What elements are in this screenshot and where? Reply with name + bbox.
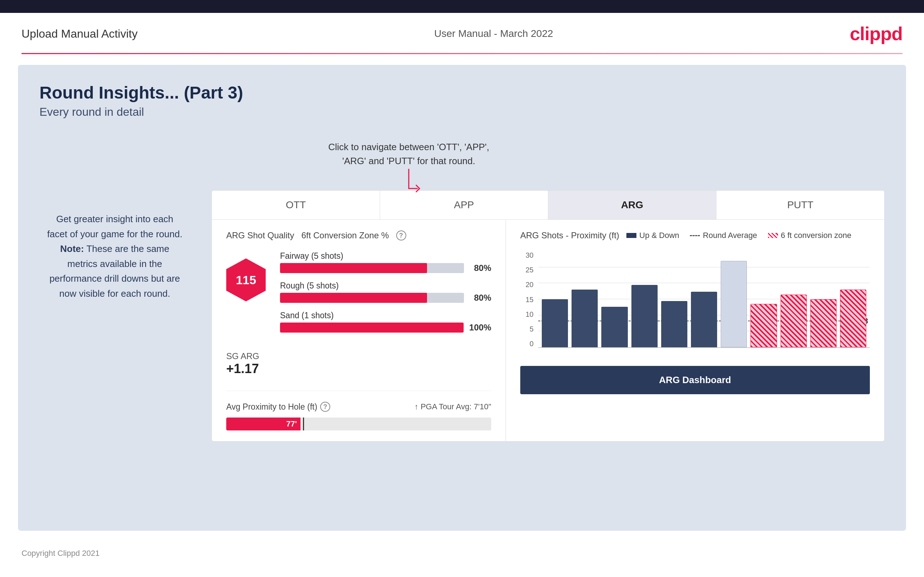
copyright: Copyright Clippd 2021 [21, 549, 100, 558]
arg-dashboard-btn[interactable]: ARG Dashboard [520, 366, 870, 394]
fairway-fill [280, 263, 427, 273]
bar-group-3 [601, 251, 627, 347]
hex-shape: 115 [226, 258, 266, 301]
pga-tour-avg: ↑ PGA Tour Avg: 7'10" [415, 402, 491, 411]
legend-conversion: 6 ft conversion zone [768, 231, 851, 240]
right-panel: Click to navigate between 'OTT', 'APP', … [212, 140, 885, 442]
y-axis: 0 5 10 15 20 25 30 [520, 251, 536, 348]
hex-value: 115 [226, 258, 266, 301]
fairway-label: Fairway (5 shots) [280, 251, 491, 261]
legend-dashed-icon [690, 235, 700, 236]
left-section: ARG Shot Quality 6ft Conversion Zone % ?… [212, 220, 506, 441]
bar-group-6 [691, 251, 717, 347]
tab-putt[interactable]: PUTT [716, 191, 884, 219]
annotation-arrow [405, 169, 427, 197]
bar-4-dark [632, 285, 657, 347]
shot-row-fairway: Fairway (5 shots) 80% [280, 251, 491, 273]
bar-1-dark [542, 299, 568, 347]
bar-group-2 [572, 251, 598, 347]
proximity-value: 77' [286, 419, 297, 429]
proximity-header: Avg Proximity to Hole (ft) ? ↑ PGA Tour … [226, 402, 491, 412]
shot-row-sand: Sand (1 shots) 100% [280, 311, 491, 333]
shot-quality-label: ARG Shot Quality [226, 230, 294, 240]
proximity-cursor [303, 417, 304, 430]
right-section: ARG Shots - Proximity (ft) Up & Down Rou… [506, 220, 884, 441]
help-icon[interactable]: ? [396, 230, 406, 240]
legend-up-down-label: Up & Down [639, 231, 679, 240]
hexagon-container: 115 Fairway (5 shots) 80% [226, 251, 491, 340]
bar-9-hatched [780, 295, 807, 347]
sand-pct: 100% [469, 322, 491, 333]
bar-group-11 [840, 251, 866, 347]
left-panel: Get greater insight into each facet of y… [39, 140, 190, 442]
tabs-row: OTT APP ARG PUTT [212, 191, 884, 220]
sg-section: SG ARG +1.17 [226, 351, 491, 376]
bar-group-10 [810, 251, 837, 347]
proximity-bar-track: 77' [226, 417, 491, 430]
main-content: Round Insights... (Part 3) Every round i… [18, 65, 906, 531]
sand-label: Sand (1 shots) [280, 311, 491, 321]
footer: Copyright Clippd 2021 [0, 542, 924, 565]
header-left: Upload Manual Activity [21, 27, 138, 40]
conversion-zone-label: 6ft Conversion Zone % [301, 230, 389, 240]
proximity-bar-fill: 77' [226, 417, 300, 430]
sand-bar: 100% [280, 322, 491, 333]
upload-label: Upload Manual Activity [21, 27, 138, 40]
legend-hatched-icon [768, 233, 778, 238]
fairway-bar: 80% [280, 263, 491, 273]
rough-fill [280, 293, 427, 303]
sg-value: +1.17 [226, 361, 491, 376]
shot-quality-rows: Fairway (5 shots) 80% Rou [280, 251, 491, 340]
y-label-30: 30 [520, 251, 536, 259]
bar-7-light [721, 261, 747, 347]
bar-group-1 [542, 251, 568, 347]
sg-label: SG ARG [226, 351, 491, 361]
bar-8-hatched [750, 304, 777, 347]
doc-title: User Manual - March 2022 [434, 28, 553, 39]
y-label-15: 15 [520, 296, 536, 304]
rough-label: Rough (5 shots) [280, 281, 491, 291]
chart-plot-area: 8 [538, 251, 870, 348]
proximity-section: Avg Proximity to Hole (ft) ? ↑ PGA Tour … [226, 391, 491, 430]
tab-ott[interactable]: OTT [212, 191, 380, 219]
bar-group-8 [750, 251, 777, 347]
header-divider [21, 53, 903, 54]
chart-title: ARG Shots - Proximity (ft) [520, 230, 619, 240]
bar-6-dark [691, 292, 717, 347]
proximity-help-icon[interactable]: ? [320, 402, 330, 412]
fairway-track [280, 263, 464, 273]
bar-10-hatched [810, 299, 837, 347]
bar-group-9 [780, 251, 807, 347]
y-label-20: 20 [520, 280, 536, 289]
fairway-pct: 80% [470, 263, 491, 273]
legend-solid-icon [627, 233, 636, 238]
dashboard-body: ARG Shot Quality 6ft Conversion Zone % ?… [212, 220, 884, 441]
logo: clippd [850, 23, 903, 44]
rough-bar: 80% [280, 293, 491, 303]
y-label-5: 5 [520, 325, 536, 333]
y-label-25: 25 [520, 266, 536, 274]
dashboard-card: OTT APP ARG PUTT ARG Shot Quality 6ft Co… [212, 190, 885, 442]
y-label-0: 0 [520, 340, 536, 348]
bar-5-dark [661, 301, 687, 347]
sand-track [280, 322, 464, 333]
bar-11-hatched [840, 290, 866, 347]
bars-container [538, 251, 870, 347]
legend-round-avg: Round Average [690, 231, 757, 240]
rough-pct: 80% [470, 293, 491, 303]
header: Upload Manual Activity User Manual - Mar… [0, 13, 924, 53]
shot-quality-header: ARG Shot Quality 6ft Conversion Zone % ? [226, 230, 491, 240]
annotation-area: Click to navigate between 'OTT', 'APP', … [212, 140, 885, 183]
legend-up-down: Up & Down [627, 231, 679, 240]
rough-track [280, 293, 464, 303]
section-title: Round Insights... (Part 3) [39, 83, 885, 103]
top-bar [0, 0, 924, 13]
sand-fill [280, 322, 464, 333]
chart-header: ARG Shots - Proximity (ft) Up & Down Rou… [520, 230, 870, 240]
section-subtitle: Every round in detail [39, 105, 885, 119]
bar-2-dark [572, 290, 598, 347]
bar-group-5 [661, 251, 687, 347]
chart-container: 0 5 10 15 20 25 30 [520, 251, 870, 359]
tab-arg[interactable]: ARG [548, 191, 716, 219]
shot-row-rough: Rough (5 shots) 80% [280, 281, 491, 303]
